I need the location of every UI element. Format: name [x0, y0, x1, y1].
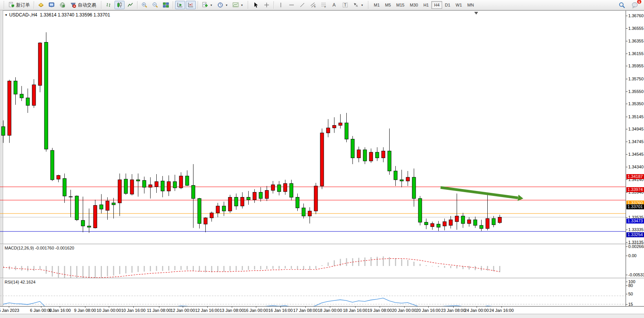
candle-body[interactable]	[136, 180, 140, 181]
candle-body[interactable]	[51, 150, 54, 180]
candle-body[interactable]	[204, 218, 207, 224]
candle-body[interactable]	[253, 192, 256, 200]
candle-body[interactable]	[259, 192, 262, 198]
candle-body[interactable]	[57, 175, 60, 179]
candle-body[interactable]	[44, 42, 48, 149]
candle-body[interactable]	[394, 171, 397, 180]
timeframe-button-m1[interactable]: M1	[371, 1, 382, 9]
candle-body[interactable]	[75, 196, 79, 220]
chart-shift-marker-icon[interactable]	[474, 12, 478, 15]
candle-body[interactable]	[467, 220, 471, 223]
candle-body[interactable]	[418, 199, 422, 222]
candle-body[interactable]	[63, 178, 66, 196]
candle-body[interactable]	[320, 133, 324, 186]
terminal-window-button[interactable]	[47, 1, 57, 9]
timeframe-button-d1[interactable]: D1	[442, 1, 453, 9]
candle-body[interactable]	[314, 186, 318, 211]
candle-body[interactable]	[118, 180, 121, 203]
candle-body[interactable]	[461, 216, 465, 223]
one-click-trading-toggle-icon[interactable]: ▼	[5, 13, 8, 17]
candle-body[interactable]	[100, 205, 103, 209]
candle-body[interactable]	[130, 180, 134, 194]
arrows-tool-button[interactable]: ▼	[351, 1, 365, 9]
tile-windows-button[interactable]	[161, 1, 171, 9]
candle-body[interactable]	[234, 197, 238, 206]
candle-body[interactable]	[474, 220, 477, 225]
candle-body[interactable]	[143, 180, 146, 187]
candle-body[interactable]	[333, 126, 336, 128]
candle-body[interactable]	[247, 197, 250, 200]
candle-body[interactable]	[124, 179, 128, 194]
strategy-tester-button[interactable]	[57, 1, 67, 9]
candle-body[interactable]	[222, 206, 226, 211]
candle-body[interactable]	[216, 206, 220, 213]
candlestick-chart-button[interactable]	[115, 1, 125, 9]
candle-body[interactable]	[308, 211, 311, 216]
candle-body[interactable]	[480, 225, 483, 228]
candle-body[interactable]	[167, 182, 170, 191]
candle-body[interactable]	[431, 223, 434, 227]
candle-body[interactable]	[412, 177, 416, 199]
candle-body[interactable]	[388, 151, 391, 171]
candle-body[interactable]	[265, 191, 269, 199]
candle-body[interactable]	[106, 201, 109, 210]
candle-body[interactable]	[155, 182, 158, 187]
horizontal-line-tool-button[interactable]	[287, 1, 297, 9]
zoom-out-button[interactable]	[150, 1, 160, 9]
candle-body[interactable]	[449, 220, 452, 225]
candle-body[interactable]	[198, 199, 201, 223]
indicators-button[interactable]: ▼	[200, 1, 215, 9]
candle-body[interactable]	[369, 152, 373, 161]
candle-body[interactable]	[424, 222, 428, 225]
candle-body[interactable]	[179, 176, 183, 188]
candle-body[interactable]	[93, 205, 97, 228]
candle-body[interactable]	[400, 180, 403, 181]
macd-pane[interactable]	[0, 245, 626, 278]
candle-body[interactable]	[443, 222, 446, 226]
candle-body[interactable]	[228, 197, 232, 211]
cursor-tool-button[interactable]	[251, 1, 261, 9]
bar-chart-button[interactable]	[104, 1, 114, 9]
candle-body[interactable]	[486, 219, 489, 228]
candle-body[interactable]	[2, 127, 5, 135]
candle-body[interactable]	[382, 151, 385, 158]
candle-body[interactable]	[406, 177, 410, 181]
auto-trading-button[interactable]: 自动交易	[68, 1, 98, 9]
candle-body[interactable]	[437, 224, 440, 227]
candle-body[interactable]	[290, 184, 293, 197]
candle-body[interactable]	[351, 139, 354, 158]
candle-body[interactable]	[112, 203, 115, 205]
candle-body[interactable]	[14, 81, 17, 94]
candle-body[interactable]	[69, 197, 72, 197]
templates-button[interactable]: ▼	[231, 1, 245, 9]
fibonacci-tool-button[interactable]: F	[319, 1, 329, 9]
vertical-line-tool-button[interactable]	[276, 1, 286, 9]
time-axis[interactable]: 5 Jan 20236 Jan 00:006 Jan 16:009 Jan 08…	[0, 307, 644, 314]
new-order-button[interactable]: 新订单	[7, 1, 32, 9]
candle-body[interactable]	[339, 123, 342, 126]
candle-body[interactable]	[498, 217, 501, 223]
timeframe-button-w1[interactable]: W1	[453, 1, 465, 9]
candle-body[interactable]	[283, 184, 287, 192]
candle-body[interactable]	[326, 128, 330, 133]
candle-body[interactable]	[357, 150, 361, 158]
candle-body[interactable]	[241, 197, 244, 206]
line-chart-button[interactable]	[125, 1, 135, 9]
rsi-pane[interactable]	[0, 279, 626, 306]
crosshair-tool-button[interactable]	[262, 1, 272, 9]
toolbar-grip[interactable]	[3, 1, 5, 9]
candle-body[interactable]	[185, 176, 189, 185]
timeframe-button-m30[interactable]: M30	[407, 1, 421, 9]
candle-body[interactable]	[375, 152, 379, 158]
candle-body[interactable]	[32, 85, 36, 106]
candle-body[interactable]	[296, 197, 299, 208]
timeframe-button-mn[interactable]: MN	[465, 1, 477, 9]
main-price-pane[interactable]	[0, 11, 626, 244]
text-label-tool-button[interactable]: T	[340, 1, 350, 9]
candle-body[interactable]	[455, 216, 459, 222]
candle-body[interactable]	[38, 43, 42, 85]
candle-body[interactable]	[277, 185, 281, 192]
candle-body[interactable]	[173, 182, 177, 188]
timeframe-button-m15[interactable]: M15	[393, 1, 407, 9]
candle-body[interactable]	[492, 219, 495, 225]
